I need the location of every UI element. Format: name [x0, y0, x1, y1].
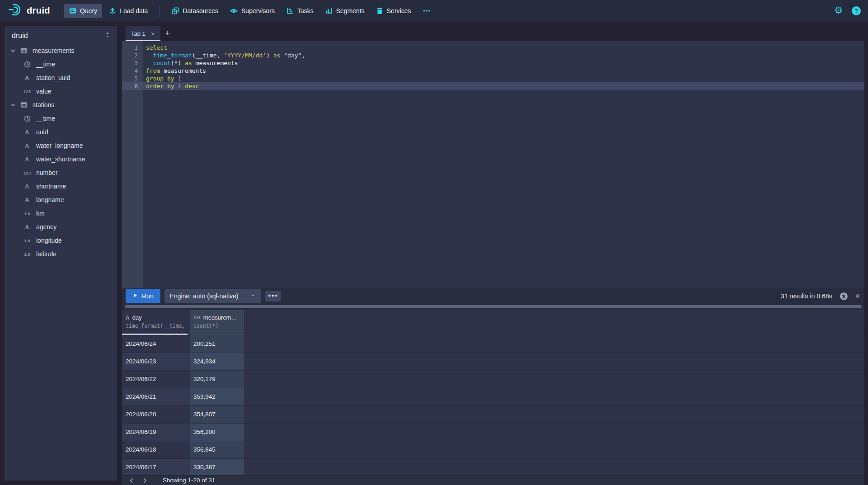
run-more-button[interactable]: ●●● — [265, 291, 281, 301]
column-tree: measurements__timeAstation_uuid123values… — [5, 44, 117, 261]
run-button[interactable]: Run — [126, 289, 160, 303]
cell-day[interactable]: 2024/06/20 — [122, 406, 190, 423]
cell-measurements[interactable]: 324,934 — [190, 353, 244, 370]
tab-label: Tab 1 — [131, 30, 145, 37]
settings-gear-icon[interactable]: ⚙ — [834, 6, 843, 15]
cell-day[interactable]: 2024/06/17 — [122, 459, 190, 476]
sql-editor[interactable]: 123456 select time_format(__time, 'YYYY/… — [122, 41, 864, 288]
druid-console: druid QueryLoad data DatasourcesSupervis… — [0, 0, 868, 485]
tree-column-uuid[interactable]: Auuid — [5, 125, 117, 139]
chevron-down-icon[interactable] — [10, 102, 18, 108]
nav-secondary: DatasourcesSupervisorsTasksSegmentsServi… — [167, 4, 436, 18]
table-icon — [18, 101, 29, 108]
line-number: 6 — [122, 82, 143, 90]
cell-measurements[interactable]: 354,807 — [190, 406, 244, 423]
sql-line-1[interactable]: select — [143, 44, 864, 52]
cell-measurements[interactable]: 200,251 — [190, 335, 244, 353]
tab-close-icon[interactable]: × — [151, 30, 155, 37]
nav-label: Supervisors — [241, 7, 275, 14]
tree-table-measurements[interactable]: measurements — [5, 44, 117, 57]
nav-divider — [160, 5, 160, 17]
column-expression: time_format(__time, … — [126, 323, 186, 329]
line-number: 2 — [122, 52, 143, 59]
cell-measurements[interactable]: 320,179 — [190, 371, 244, 388]
table-row: 2024/06/22320,179 — [122, 371, 864, 388]
tree-column-number[interactable]: 123number — [5, 166, 117, 179]
chevron-down-icon[interactable] — [10, 48, 18, 54]
schema-sidebar: druid measurements__timeAstation_uuid123… — [5, 26, 117, 480]
table-row: 2024/06/17330,387 — [122, 459, 864, 476]
tree-label: longitude — [36, 237, 62, 244]
column-header-day[interactable]: Adaytime_format(__time, … — [122, 310, 190, 335]
tree-column-longname[interactable]: Alongname — [5, 193, 117, 207]
next-page-button[interactable] — [138, 476, 152, 485]
run-bar: Run Engine: auto (sql-native) ●●● 31 res… — [122, 288, 864, 304]
results-pagination: Showing 1-20 of 31 — [122, 475, 864, 485]
tree-column--time[interactable]: __time — [5, 112, 117, 125]
column-header-measurem-[interactable]: 123measurem…count(*) — [190, 310, 244, 335]
nav-item-tasks[interactable]: Tasks — [282, 4, 319, 18]
cell-day[interactable]: 2024/06/18 — [122, 441, 190, 458]
tree-label: stations — [33, 101, 54, 108]
line-number: 1 — [122, 44, 143, 52]
cell-measurements[interactable]: 353,942 — [190, 388, 244, 405]
tree-column--time[interactable]: __time — [5, 57, 117, 71]
prev-page-button[interactable] — [125, 476, 138, 485]
tree-column-station-uuid[interactable]: Astation_uuid — [5, 71, 117, 85]
druid-brand[interactable]: druid — [8, 3, 50, 18]
time-type-icon — [22, 61, 33, 68]
engine-select-button[interactable]: Engine: auto (sql-native) — [164, 289, 262, 303]
tree-column-km[interactable]: 1.0km — [5, 207, 117, 220]
float-type-icon: 1.0 — [22, 238, 33, 243]
tree-label: __time — [36, 115, 55, 122]
table-icon — [18, 47, 29, 54]
cell-day[interactable]: 2024/06/19 — [122, 424, 190, 441]
nav-item-services[interactable]: Services — [371, 4, 416, 18]
cell-measurements[interactable]: 330,387 — [190, 459, 244, 476]
more-icon — [422, 7, 431, 14]
tree-table-stations[interactable]: stations — [5, 98, 117, 112]
sql-line-4[interactable]: from measurements — [143, 67, 864, 75]
time-type-icon — [22, 115, 33, 122]
help-icon[interactable]: ? — [852, 6, 861, 15]
nav-item-segments[interactable]: Segments — [320, 4, 370, 18]
tab-1[interactable]: Tab 1 × — [126, 26, 160, 41]
sql-line-5[interactable]: group by 1 — [143, 75, 864, 82]
tree-column-longitude[interactable]: 1.0longitude — [5, 234, 117, 247]
tree-label: longname — [36, 196, 64, 203]
brand-name: druid — [27, 5, 50, 16]
sql-code[interactable]: select time_format(__time, 'YYYY/MM/dd')… — [143, 41, 864, 288]
results-header: Adaytime_format(__time, …123measurem…cou… — [122, 310, 864, 335]
sql-line-2[interactable]: time_format(__time, 'YYYY/MM/dd') as "da… — [143, 52, 864, 59]
download-results-icon[interactable] — [840, 292, 848, 301]
cell-day[interactable]: 2024/06/23 — [122, 353, 190, 370]
tree-column-water-shortname[interactable]: Awater_shortname — [5, 152, 117, 166]
column-expression: count(*) — [193, 323, 240, 329]
nav-item-query[interactable]: Query — [64, 4, 102, 18]
nav-item-datasources[interactable]: Datasources — [167, 4, 223, 18]
table-row: 2024/06/19356,200 — [122, 424, 864, 441]
nav-item-more[interactable] — [418, 4, 436, 18]
tree-column-latitude[interactable]: 1.0latitude — [5, 247, 117, 261]
cell-measurements[interactable]: 356,845 — [190, 441, 244, 458]
cell-day[interactable]: 2024/06/22 — [122, 371, 190, 388]
tree-label: agency — [36, 223, 56, 231]
schema-selector[interactable]: druid — [5, 26, 117, 44]
tree-column-value[interactable]: 123value — [5, 85, 117, 98]
tree-column-shortname[interactable]: Ashortname — [5, 179, 117, 193]
sql-line-6[interactable]: order by 1 desc — [143, 82, 864, 90]
nav-item-load-data[interactable]: Load data — [104, 4, 153, 18]
close-results-icon[interactable]: × — [855, 292, 860, 301]
nav-item-supervisors[interactable]: Supervisors — [225, 4, 280, 18]
scrollbar-thumb[interactable] — [125, 305, 862, 308]
supervisors-icon — [230, 7, 238, 14]
datasources-icon — [172, 7, 179, 14]
tree-column-water-longname[interactable]: Awater_longname — [5, 139, 117, 152]
table-row: 2024/06/24200,251 — [122, 335, 864, 353]
cell-day[interactable]: 2024/06/24 — [122, 335, 190, 353]
tree-column-agency[interactable]: Aagency — [5, 220, 117, 234]
cell-day[interactable]: 2024/06/21 — [122, 388, 190, 405]
sql-line-3[interactable]: count(*) as measurements — [143, 59, 864, 67]
cell-measurements[interactable]: 356,200 — [190, 424, 244, 441]
add-tab-button[interactable]: + — [160, 26, 175, 41]
